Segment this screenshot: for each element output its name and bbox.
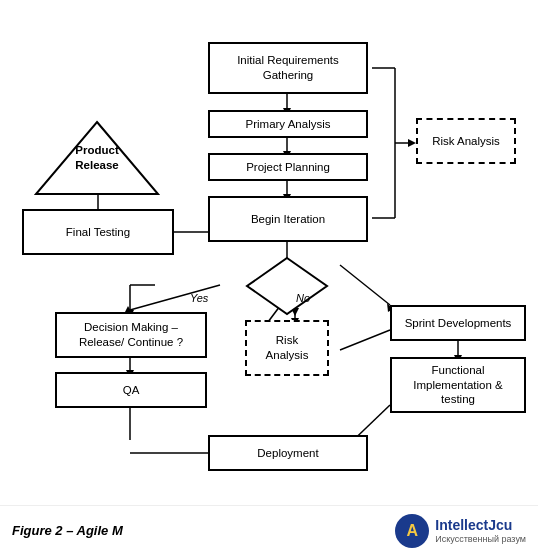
- deployment-box: Deployment: [208, 435, 368, 471]
- product-release-triangle: ProductRelease: [32, 118, 162, 198]
- risk-analysis-mid-box: RiskAnalysis: [245, 320, 329, 376]
- svg-marker-40: [247, 258, 327, 314]
- project-planning-box: Project Planning: [208, 153, 368, 181]
- primary-analysis-box: Primary Analysis: [208, 110, 368, 138]
- qa-box: QA: [55, 372, 207, 408]
- sprint-developments-box: Sprint Developments: [390, 305, 526, 341]
- no-label: No: [296, 292, 310, 304]
- begin-iteration-box: Begin Iteration: [208, 196, 368, 242]
- product-release-label: ProductRelease: [75, 143, 118, 173]
- yes-label: Yes: [190, 292, 208, 304]
- watermark-text: IntellectJcu Искусственный разум: [435, 517, 526, 545]
- risk-analysis-top-box: Risk Analysis: [416, 118, 516, 164]
- functional-impl-box: FunctionalImplementation &testing: [390, 357, 526, 413]
- watermark-logo: A: [395, 514, 429, 548]
- svg-marker-10: [408, 139, 416, 147]
- final-testing-box: Final Testing: [22, 209, 174, 255]
- footer: Figure 2 – Agile M A IntellectJcu Искусс…: [0, 505, 538, 555]
- svg-line-37: [340, 330, 390, 350]
- watermark: A IntellectJcu Искусственный разум: [395, 514, 526, 548]
- decision-diamond: [245, 256, 329, 316]
- decision-making-box: Decision Making –Release/ Continue ?: [55, 312, 207, 358]
- diagram-container: Initial RequirementsGathering Primary An…: [0, 0, 538, 505]
- svg-line-31: [340, 265, 390, 305]
- initial-requirements-box: Initial RequirementsGathering: [208, 42, 368, 94]
- figure-caption: Figure 2 – Agile M: [12, 523, 123, 538]
